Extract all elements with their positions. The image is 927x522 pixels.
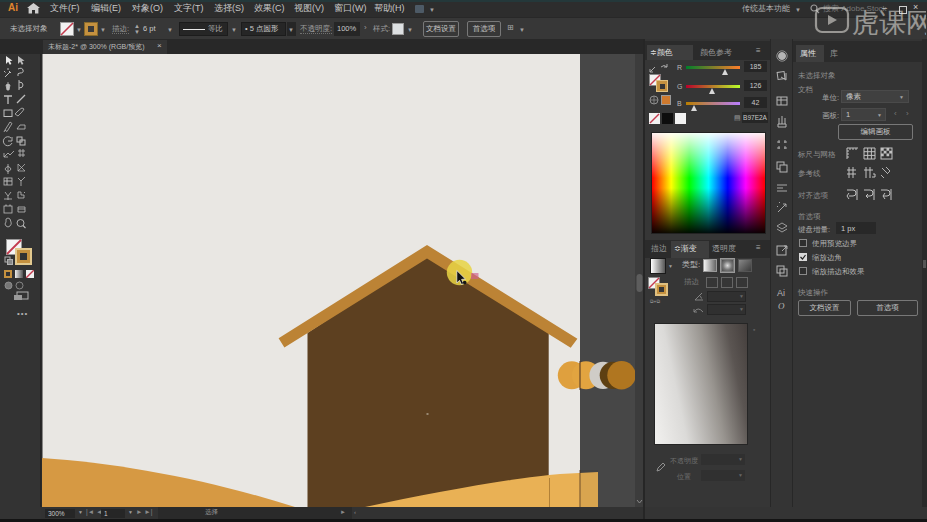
svg-text:虎课网: 虎课网 <box>852 8 926 35</box>
svg-text:Ai: Ai <box>777 288 785 298</box>
svg-text:O: O <box>778 301 785 310</box>
